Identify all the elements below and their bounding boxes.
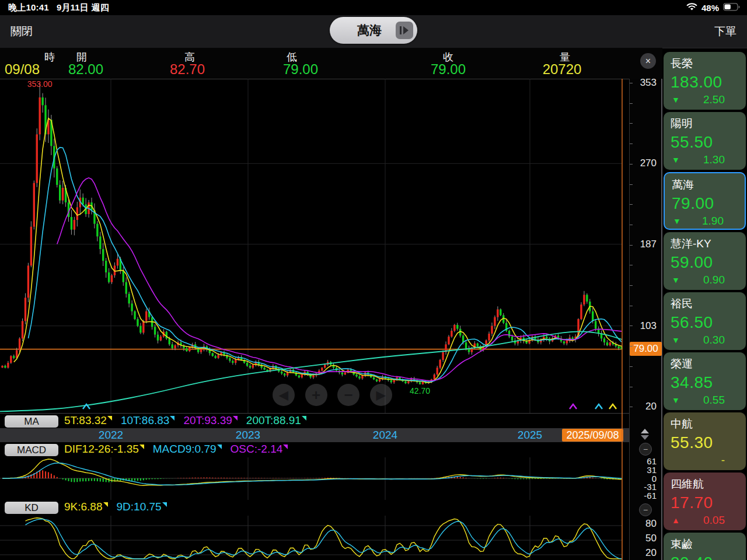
zoom-in-button[interactable]: + bbox=[305, 384, 327, 406]
stock-price: 79.00 bbox=[672, 194, 738, 213]
value-tick-icon bbox=[103, 502, 108, 507]
timeline-axis: 2025/09/08 2022202320242025 bbox=[0, 428, 629, 442]
axis-tick bbox=[630, 407, 633, 407]
kd-chart[interactable] bbox=[0, 516, 629, 560]
watchlist-item-4[interactable]: 裕民56.50▼0.30 bbox=[664, 292, 746, 350]
quote-field-value: 79.00 bbox=[283, 61, 318, 78]
stock-price: 30.40 bbox=[671, 554, 739, 560]
macd-axis-label: -61 bbox=[644, 491, 657, 501]
watchlist-item-3[interactable]: 慧洋-KY59.00▼0.90 bbox=[664, 232, 746, 290]
indicator-value: 200T:88.91 bbox=[246, 414, 306, 427]
value-tick-icon bbox=[302, 416, 306, 421]
watchlist-item-0[interactable]: 長榮183.00▼2.50 bbox=[664, 52, 746, 110]
dif-line bbox=[2, 459, 622, 485]
value-tick-icon bbox=[139, 444, 144, 449]
macd-indicator-row: MACD DIF12-26:-1.35MACD9:0.79OSC:-2.14 bbox=[0, 442, 629, 457]
symbol-pill[interactable]: 萬海 bbox=[330, 17, 417, 44]
quote-field-value: 20720 bbox=[543, 61, 582, 78]
triangle-down-icon: ▼ bbox=[672, 275, 680, 285]
triangle-down-icon: ▼ bbox=[672, 335, 680, 345]
date-label: 9月11日 bbox=[57, 2, 89, 12]
watchlist-item-8[interactable]: 東鹼30.40▼ bbox=[664, 533, 746, 560]
stock-price: 55.50 bbox=[671, 133, 739, 152]
price-axis-label: 353 bbox=[640, 77, 657, 89]
year-label: 2023 bbox=[236, 429, 260, 442]
status-bar: 晚上10:41 9月11日 週四 48% bbox=[0, 0, 747, 15]
watchlist-item-7[interactable]: 四維航17.70▲0.05 bbox=[664, 473, 746, 530]
watchlist-item-6[interactable]: 中航55.30- bbox=[664, 412, 746, 470]
axis-tick bbox=[630, 123, 633, 124]
year-label: 2024 bbox=[373, 429, 397, 442]
watchlist-item-1[interactable]: 陽明55.50▼1.30 bbox=[664, 112, 746, 170]
stock-price: 59.00 bbox=[671, 253, 739, 272]
stock-name: 裕民 bbox=[671, 296, 739, 312]
kd-axis-label: 20 bbox=[645, 547, 657, 559]
kd-axis-label: 80 bbox=[645, 518, 657, 530]
stock-change: ▼2.50 bbox=[671, 93, 739, 106]
d-line bbox=[25, 519, 622, 559]
ma5-line bbox=[14, 118, 622, 383]
macd9-line bbox=[2, 463, 622, 485]
nav-bar: 關閉 萬海 下單 bbox=[0, 15, 747, 48]
clock-label: 晚上10:41 bbox=[8, 2, 49, 12]
stock-name: 東鹼 bbox=[671, 537, 739, 552]
wifi-icon bbox=[686, 2, 697, 13]
kd-axis-label: 50 bbox=[645, 533, 657, 544]
watchlist-item-2[interactable]: 萬海79.00▼1.90 bbox=[664, 172, 746, 230]
quote-field-label: 時 bbox=[44, 50, 55, 64]
change-value: 1.90 bbox=[702, 215, 724, 228]
indicator-value: OSC:-2.14 bbox=[231, 443, 288, 456]
watchlist-panel: 長榮183.00▼2.50陽明55.50▼1.30萬海79.00▼1.90慧洋-… bbox=[662, 50, 747, 560]
collapse-kd-button[interactable]: − bbox=[639, 503, 652, 516]
symbol-pill-label: 萬海 bbox=[357, 22, 382, 38]
zoom-out-button[interactable]: − bbox=[337, 384, 359, 406]
stock-price: 34.85 bbox=[671, 373, 739, 392]
watchlist-item-5[interactable]: 榮運34.85▼0.55 bbox=[664, 352, 746, 410]
value-tick-icon bbox=[170, 416, 174, 421]
price-axis-label: 187 bbox=[640, 239, 657, 250]
ma-indicator-row: MA 5T:83.3210T:86.8320T:93.39200T:88.91 bbox=[0, 413, 629, 429]
panel-resize-stepper[interactable] bbox=[639, 429, 651, 440]
triangle-up-icon: ▲ bbox=[672, 516, 680, 525]
stock-price: 17.70 bbox=[671, 494, 739, 512]
forward-button[interactable]: ▶ bbox=[370, 384, 392, 406]
value-tick-icon bbox=[233, 416, 238, 421]
close-button[interactable]: 關閉 bbox=[11, 24, 33, 39]
order-button[interactable]: 下單 bbox=[714, 24, 736, 39]
indicator-value: 20T:93.39 bbox=[183, 414, 237, 427]
indicator-value: 9D:10.75 bbox=[117, 501, 167, 513]
triangle-down-icon: ▼ bbox=[672, 396, 680, 405]
kd-button[interactable]: KD bbox=[5, 502, 58, 514]
price-axis: 79.00 − − 3532701871032061310-31-6180502… bbox=[629, 79, 662, 560]
close-quote-button[interactable]: × bbox=[640, 53, 656, 69]
axis-tick bbox=[630, 225, 633, 225]
kd-indicator-row: KD 9K:6.889D:10.75 bbox=[0, 500, 629, 516]
indicator-value: DIF12-26:-1.35 bbox=[64, 443, 144, 456]
change-value: 0.55 bbox=[703, 394, 725, 407]
stock-change: ▼0.30 bbox=[671, 334, 739, 346]
high-annotation: 353.00 bbox=[27, 79, 53, 89]
macd-chart[interactable] bbox=[0, 457, 629, 500]
macd-button[interactable]: MACD bbox=[5, 444, 58, 456]
indicator-value: 10T:86.83 bbox=[121, 414, 174, 427]
axis-tick bbox=[630, 204, 633, 205]
back-button[interactable]: ◀ bbox=[273, 384, 295, 406]
stock-name: 長榮 bbox=[671, 56, 739, 71]
axis-tick bbox=[630, 306, 633, 306]
stock-name: 中航 bbox=[671, 416, 739, 432]
candlestick-chart[interactable]: 353.0042.70 bbox=[0, 79, 629, 413]
crosshair-vline bbox=[622, 79, 623, 560]
collapse-macd-button[interactable]: − bbox=[639, 443, 652, 456]
ma-offscreen-chevron-icon bbox=[570, 404, 577, 409]
indicator-value: 9K:6.88 bbox=[64, 501, 108, 513]
last-price-tag: 79.00 bbox=[630, 342, 662, 356]
quote-field-value: 82.00 bbox=[68, 61, 103, 78]
price-axis-label: 270 bbox=[640, 158, 657, 169]
change-value: - bbox=[721, 454, 725, 467]
ma-button[interactable]: MA bbox=[5, 415, 58, 428]
quote-field-value: 82.70 bbox=[170, 61, 205, 78]
axis-tick bbox=[630, 326, 633, 326]
value-tick-icon bbox=[217, 444, 222, 449]
indicator-value: MACD9:0.79 bbox=[153, 443, 222, 456]
stock-change: ▲0.05 bbox=[671, 514, 739, 527]
